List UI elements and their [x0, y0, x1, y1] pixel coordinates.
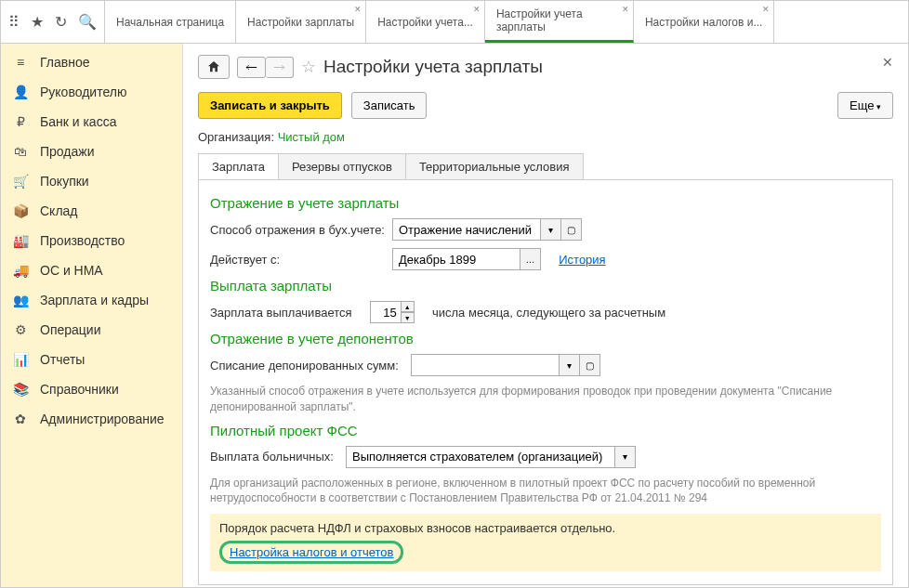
sidebar-icon: 👤 [12, 85, 29, 99]
close-icon[interactable]: ✕ [354, 5, 362, 14]
sidebar-icon: 🛒 [12, 174, 29, 189]
search-icon[interactable]: 🔍 [78, 13, 97, 31]
spinner-down-button[interactable]: ▼ [402, 312, 415, 323]
top-tab[interactable]: Настройки налогов и...✕ [634, 1, 775, 43]
home-button[interactable] [198, 55, 230, 79]
section-title-payment: Выплата зарплаты [210, 278, 881, 294]
sidebar-item-label: Справочники [40, 382, 119, 397]
sidebar-item[interactable]: 🛒Покупки [1, 166, 182, 196]
sidebar-item-label: Склад [40, 203, 78, 218]
org-label: Организация: [198, 130, 274, 144]
sick-pay-input[interactable] [346, 446, 615, 468]
ellipsis-button[interactable]: … [520, 248, 541, 270]
sidebar-icon: ✿ [12, 412, 29, 426]
close-icon[interactable]: ✕ [882, 55, 893, 70]
sidebar-icon: 📦 [12, 203, 29, 218]
sidebar-icon: 📚 [12, 382, 29, 397]
save-close-button[interactable]: Записать и закрыть [198, 92, 342, 119]
dropdown-button[interactable]: ▾ [560, 354, 580, 376]
org-value: Чистый дом [278, 130, 345, 144]
history-link[interactable]: История [559, 253, 605, 267]
top-tab[interactable]: Настройки учета зарплаты✕ [485, 1, 634, 43]
inner-tab[interactable]: Территориальные условия [406, 154, 583, 179]
sidebar-item-label: Покупки [40, 174, 89, 189]
payment-day-suffix: числа месяца, следующего за расчетным [432, 306, 665, 320]
sidebar-item[interactable]: 👥Зарплата и кадры [1, 285, 182, 315]
history-icon[interactable]: ↻ [55, 13, 67, 31]
top-tab[interactable]: Настройки зарплаты✕ [236, 1, 366, 43]
sidebar-icon: 🏭 [12, 233, 29, 248]
sidebar-item[interactable]: 📚Справочники [1, 374, 182, 404]
close-icon[interactable]: ✕ [622, 5, 629, 14]
sidebar-icon: ₽ [12, 114, 29, 129]
sidebar-item[interactable]: ≡Главное [1, 47, 182, 77]
spinner-up-button[interactable]: ▲ [402, 301, 415, 312]
sidebar-item-label: Руководителю [40, 85, 126, 99]
top-tab[interactable]: Настройки учета...✕ [366, 1, 485, 43]
apps-icon[interactable]: ⠿ [8, 13, 20, 31]
sidebar-item[interactable]: 🚚ОС и НМА [1, 255, 182, 285]
reflection-method-label: Способ отражения в бух.учете: [210, 223, 387, 237]
sidebar-icon: ≡ [12, 55, 29, 70]
sidebar-item-label: Администрирование [40, 412, 165, 426]
sidebar-item-label: Операции [40, 322, 101, 337]
sidebar-icon: 🛍 [12, 144, 29, 159]
sidebar-item-label: Главное [40, 55, 90, 70]
sidebar-item[interactable]: ✿Администрирование [1, 404, 182, 434]
inner-tab[interactable]: Зарплата [199, 154, 279, 179]
sidebar-item[interactable]: 🛍Продажи [1, 137, 182, 166]
save-button[interactable]: Записать [351, 92, 428, 119]
effective-from-input[interactable] [392, 248, 520, 270]
top-tab[interactable]: Начальная страница [105, 1, 236, 43]
more-button[interactable]: Еще [837, 92, 893, 119]
sidebar-item[interactable]: 🏭Производство [1, 226, 182, 255]
deponent-hint: Указанный способ отражения в учете испол… [210, 384, 881, 415]
sidebar-item[interactable]: ₽Банк и касса [1, 107, 182, 137]
highlight-text: Порядок расчета НДФЛ и страховых взносов… [219, 521, 872, 535]
close-icon[interactable]: ✕ [473, 5, 481, 14]
section-title-reflection: Отражение в учете зарплаты [210, 195, 881, 211]
reflection-method-input[interactable] [392, 218, 541, 241]
star-icon[interactable]: ☆ [301, 57, 316, 77]
favorite-icon[interactable]: ★ [31, 13, 44, 31]
close-icon[interactable]: ✕ [762, 5, 770, 14]
sick-pay-label: Выплата больничных: [210, 450, 340, 464]
forward-button[interactable]: 🡒 [266, 57, 294, 78]
sidebar-item-label: ОС и НМА [40, 263, 103, 278]
section-title-fss: Пилотный проект ФСС [210, 423, 881, 438]
sidebar-item-label: Производство [40, 233, 125, 248]
sidebar-icon: 📊 [12, 352, 29, 367]
open-button[interactable]: ▢ [580, 354, 600, 376]
page-title: Настройки учета зарплаты [323, 57, 543, 77]
dropdown-button[interactable]: ▾ [541, 218, 561, 241]
sidebar-item-label: Отчеты [40, 352, 85, 367]
sidebar-icon: 🚚 [12, 263, 29, 278]
sidebar-item[interactable]: 👤Руководителю [1, 77, 182, 107]
inner-tab[interactable]: Резервы отпусков [279, 154, 406, 179]
sidebar-icon: ⚙ [12, 322, 29, 337]
fss-hint: Для организаций расположенных в регионе,… [210, 476, 881, 507]
sidebar-item[interactable]: 📦Склад [1, 196, 182, 226]
home-icon [206, 59, 221, 74]
payment-day-input[interactable] [370, 301, 402, 323]
section-title-deponents: Отражение в учете депонентов [210, 331, 881, 346]
effective-from-label: Действует с: [210, 253, 387, 267]
sidebar-icon: 👥 [12, 293, 29, 307]
sidebar-item-label: Продажи [40, 144, 94, 159]
back-button[interactable]: 🡐 [237, 57, 266, 78]
deponent-writeoff-label: Списание депонированных сумм: [210, 359, 405, 372]
sidebar-item[interactable]: 📊Отчеты [1, 345, 182, 374]
tax-settings-link[interactable]: Настройка налогов и отчетов [219, 541, 403, 564]
payment-day-label: Зарплата выплачивается [210, 306, 352, 320]
dropdown-button[interactable]: ▾ [615, 446, 636, 468]
sidebar-item-label: Банк и касса [40, 114, 116, 129]
sidebar-item[interactable]: ⚙Операции [1, 315, 182, 345]
sidebar-item-label: Зарплата и кадры [40, 293, 149, 307]
open-button[interactable]: ▢ [561, 218, 582, 241]
deponent-writeoff-input[interactable] [411, 354, 560, 376]
